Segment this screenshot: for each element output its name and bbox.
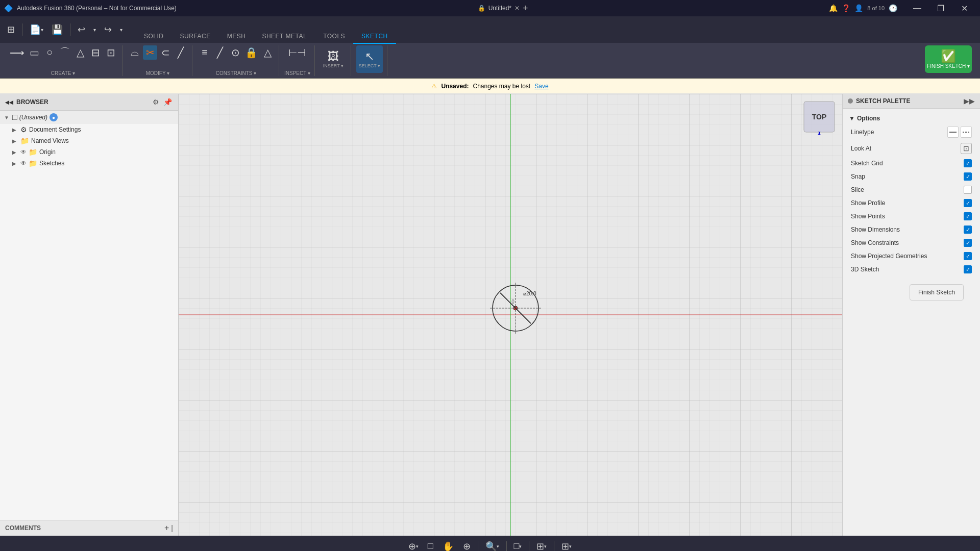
show-projected-checkbox[interactable]: ✓ [964, 252, 972, 260]
named-views-label: Named Views [31, 137, 69, 144]
slice-checkbox[interactable] [964, 186, 972, 194]
circle-btn[interactable]: ○ [42, 45, 57, 60]
linetype-dashed-btn[interactable] [961, 127, 972, 138]
constraints-label[interactable]: CONSTRAINTS ▾ [216, 70, 256, 76]
browser-item-sketches[interactable]: ▶ 👁 📁 Sketches [0, 158, 178, 169]
browser-item-doc-settings[interactable]: ▶ ⚙ Document Settings [0, 124, 178, 135]
lock-btn[interactable]: 🔒 [243, 45, 259, 60]
show-constraints-checkbox[interactable]: ✓ [964, 239, 972, 247]
midpoint-btn[interactable]: △ [260, 45, 275, 60]
maximize-btn[interactable]: ❐ [929, 0, 952, 16]
add-tab-btn[interactable]: + [523, 3, 528, 14]
origin-label: Origin [39, 148, 56, 156]
close-tab-btn[interactable]: ✕ [514, 5, 520, 12]
show-profile-checkbox[interactable]: ✓ [964, 199, 972, 207]
rect-btn[interactable]: ▭ [27, 45, 41, 60]
finish-sketch-area: Finish Sketch [843, 276, 980, 309]
bottom-sep4 [554, 541, 554, 552]
linetype-control[interactable] [947, 127, 972, 138]
fillet-btn[interactable]: ⌓ [128, 45, 142, 60]
browser-root-item[interactable]: ▼ □ (Unsaved) ● [0, 111, 178, 124]
tab-sketch[interactable]: SKETCH [353, 30, 396, 44]
close-btn[interactable]: ✕ [952, 0, 976, 16]
capture-btn[interactable]: □ [425, 539, 436, 551]
eye-icon[interactable]: 👁 [20, 148, 27, 156]
tab-sheet-metal[interactable]: SHEET METAL [254, 30, 315, 44]
zoom-btn[interactable]: 🔍▾ [482, 539, 502, 552]
browser-settings-btn[interactable]: ⚙ [152, 97, 160, 107]
show-points-checkbox[interactable]: ✓ [964, 212, 972, 220]
trim-btn[interactable]: ✂ [143, 45, 157, 60]
comments-controls: + | [164, 523, 173, 533]
new-file-btn[interactable]: 📄▾ [27, 22, 46, 37]
look-at-btn[interactable]: ⊡ [961, 143, 972, 154]
extend-btn[interactable]: ⊂ [158, 45, 173, 60]
apps-btn[interactable]: ⊞ [4, 22, 18, 37]
notification-icon[interactable]: 🔔 [829, 4, 838, 12]
sketches-eye-icon[interactable]: 👁 [20, 160, 27, 167]
point-btn[interactable]: ⊡ [104, 45, 118, 60]
root-badge: ● [50, 113, 58, 121]
palette-row-show-profile: Show Profile ✓ [843, 196, 980, 210]
break-btn[interactable]: ╱ [174, 45, 188, 60]
finish-sketch-palette-btn[interactable]: Finish Sketch [910, 284, 964, 300]
browser-pin-btn[interactable]: 📌 [162, 97, 173, 107]
palette-expand-btn[interactable]: ▶▶ [964, 97, 975, 105]
grid-settings-btn[interactable]: ⊞▾ [533, 539, 550, 552]
palette-row-3d-sketch: 3D Sketch ✓ [843, 263, 980, 276]
snap-toolbar-btn[interactable]: ⊕▾ [405, 539, 422, 552]
browser-item-named-views[interactable]: ▶ 📁 Named Views [0, 135, 178, 146]
palette-row-show-dimensions: Show Dimensions ✓ [843, 223, 980, 236]
tab-tools[interactable]: TOOLS [315, 30, 353, 44]
window-controls: — ❐ ✕ [905, 0, 976, 16]
snap-checkbox[interactable]: ✓ [964, 172, 972, 181]
sketch-grid-checkbox[interactable]: ✓ [964, 159, 972, 167]
select-btn[interactable]: ↖SELECT ▾ [356, 45, 383, 73]
view-cube[interactable]: TOP Z [801, 99, 837, 135]
tab-surface[interactable]: SURFACE [172, 30, 219, 44]
line-btn[interactable]: ⟶ [8, 45, 26, 60]
slot-btn[interactable]: ⊟ [88, 45, 103, 60]
modify-label[interactable]: MODIFY ▾ [146, 70, 169, 76]
triangle-btn[interactable]: △ [73, 45, 87, 60]
collinear-btn[interactable]: ╱ [213, 45, 227, 60]
pan-btn[interactable]: ✋ [439, 539, 457, 552]
insert-image-btn[interactable]: 🖼INSERT ▾ [320, 45, 347, 73]
undo-btn[interactable]: ↩ [75, 22, 88, 37]
user-icon[interactable]: 👤 [854, 4, 863, 12]
redo-dropdown-btn[interactable]: ▾ [117, 25, 126, 35]
browser-collapse-btn[interactable]: ◀◀ [5, 99, 13, 105]
orbit-btn[interactable]: ⊕ [460, 539, 474, 552]
tab-mesh[interactable]: MESH [219, 30, 254, 44]
undo-dropdown-btn[interactable]: ▾ [90, 25, 99, 35]
palette-options-header[interactable]: ▼ Options [843, 113, 980, 124]
linetype-solid-btn[interactable] [947, 127, 959, 138]
add-comment-btn[interactable]: + [164, 523, 169, 533]
palette-row-linetype: Linetype [843, 124, 980, 140]
measure-btn[interactable]: ⊢⊣ [287, 45, 307, 60]
display-btn[interactable]: □▾ [511, 539, 525, 551]
save-btn[interactable]: 💾 [48, 22, 66, 37]
create-label[interactable]: CREATE ▾ [51, 70, 76, 76]
bottom-sep1 [478, 541, 478, 552]
inspect-label[interactable]: INSPECT ▾ [284, 70, 310, 76]
3d-sketch-checkbox[interactable]: ✓ [964, 265, 972, 273]
select-tools: ↖SELECT ▾ [356, 45, 383, 73]
view-settings-btn[interactable]: ⊞▾ [558, 539, 575, 552]
coincident-btn[interactable]: ≡ [198, 45, 212, 60]
browser-item-origin[interactable]: ▶ 👁 📁 Origin [0, 146, 178, 158]
redo-btn[interactable]: ↪ [101, 22, 115, 37]
minimize-btn[interactable]: — [905, 0, 929, 16]
browser-header: ◀◀ BROWSER ⚙ 📌 [0, 94, 178, 111]
finish-sketch-ribbon-btn[interactable]: ✅ FINISH SKETCH ▾ [925, 45, 972, 73]
save-link[interactable]: Save [534, 83, 548, 90]
comments-pin-btn[interactable]: | [171, 523, 173, 533]
tab-solid[interactable]: SOLID [136, 30, 172, 44]
canvas-area[interactable]: 0 -100 ⌀20.0 TOP [179, 94, 842, 536]
show-dimensions-checkbox[interactable]: ✓ [964, 226, 972, 234]
arc-btn[interactable]: ⌒ [58, 45, 72, 60]
help-icon[interactable]: ❓ [842, 4, 850, 12]
concentric-btn[interactable]: ⊙ [228, 45, 242, 60]
linetype-label: Linetype [851, 129, 874, 136]
sketch-palette: SKETCH PALETTE ▶▶ ▼ Options Linetype [842, 94, 980, 536]
